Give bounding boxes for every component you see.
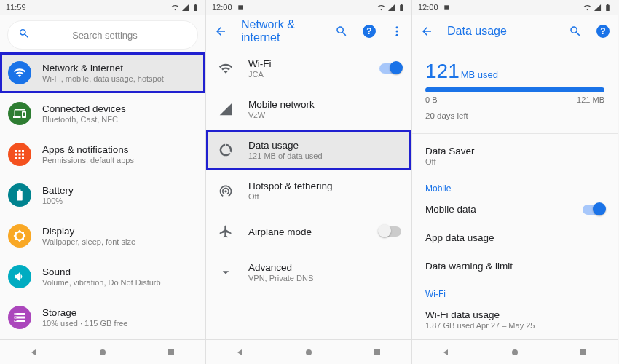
hotspot-icon (213, 178, 238, 203)
nav-back-icon[interactable] (28, 347, 40, 358)
page-title: Network & internet (241, 18, 321, 44)
svg-rect-10 (580, 349, 586, 355)
row-hotspot[interactable]: Hotspot & tetheringOff (206, 170, 411, 211)
settings-item-network[interactable]: Network & internetWi-Fi, mobile, data us… (0, 52, 205, 93)
nav-home-icon[interactable] (303, 347, 315, 358)
sound-icon (8, 265, 31, 288)
svg-point-5 (396, 34, 398, 36)
usage-bar (425, 87, 604, 92)
app-bar: Network & internet ? (206, 15, 411, 48)
battery-status-icon (604, 4, 612, 12)
status-time: 12:00 (418, 3, 438, 12)
data-usage-screen: 12:00 Data usage ? 121MB used 0 B 121 MB… (412, 0, 618, 364)
devices-icon (8, 102, 31, 125)
status-bar: 11:59 (0, 0, 205, 15)
row-app-data-usage[interactable]: App data usage (412, 223, 618, 252)
network-list: Wi-FiJCA Mobile networkVzW Data usage121… (206, 48, 411, 339)
svg-rect-7 (374, 349, 380, 355)
nav-home-icon[interactable] (97, 347, 109, 358)
section-mobile: Mobile (412, 175, 618, 195)
usage-unit: MB used (461, 69, 498, 80)
nav-recent-icon[interactable] (577, 347, 589, 358)
nav-back-icon[interactable] (234, 347, 246, 358)
nav-bar (0, 339, 205, 364)
battery-status-icon (192, 4, 200, 12)
wifi-icon (8, 61, 31, 84)
section-wifi: Wi-Fi (412, 280, 618, 301)
usage-scale-max: 121 MB (577, 95, 604, 104)
settings-item-battery[interactable]: Battery100% (0, 175, 205, 215)
usage-days-left: 20 days left (425, 111, 604, 120)
wifi-toggle[interactable] (379, 63, 401, 74)
wifi-status-icon (377, 4, 385, 12)
airplane-toggle[interactable] (379, 226, 401, 237)
wifi-status-icon (583, 4, 591, 12)
nav-recent-icon[interactable] (165, 347, 177, 358)
usage-value: 121 (425, 60, 460, 82)
page-title: Data usage (447, 25, 555, 38)
network-internet-screen: 12:00 Network & internet ? Wi-FiJCA Mobi… (206, 0, 412, 364)
settings-item-storage[interactable]: Storage10% used · 115 GB free (0, 297, 205, 338)
status-bar: 12:00 (412, 0, 618, 15)
help-icon[interactable]: ? (362, 25, 376, 38)
settings-list: Network & internetWi-Fi, mobile, data us… (0, 52, 205, 339)
search-icon[interactable] (334, 25, 349, 38)
chevron-down-icon (213, 260, 238, 285)
apps-icon (8, 143, 31, 166)
search-placeholder: Search settings (23, 30, 187, 41)
svg-point-4 (396, 31, 398, 33)
search-settings-bar[interactable]: Search settings (7, 20, 198, 50)
signal-status-icon (181, 4, 189, 12)
row-wifi[interactable]: Wi-FiJCA (206, 48, 411, 89)
status-bar: 12:00 (206, 0, 411, 15)
search-icon[interactable] (568, 25, 583, 38)
row-mobile-network[interactable]: Mobile networkVzW (206, 89, 411, 130)
row-data-saver[interactable]: Data SaverOff (412, 137, 618, 175)
battery-status-icon (398, 4, 406, 12)
data-usage-content: 121MB used 0 B 121 MB 20 days left Data … (412, 48, 618, 339)
signal-icon (213, 97, 238, 122)
nav-bar (206, 339, 411, 364)
status-time: 11:59 (6, 3, 26, 12)
svg-point-0 (100, 349, 106, 355)
row-airplane[interactable]: Airplane mode (206, 211, 411, 252)
data-usage-icon (213, 138, 238, 162)
status-time: 12:00 (212, 3, 232, 12)
svg-rect-1 (168, 349, 174, 355)
wifi-status-icon (171, 4, 179, 12)
back-icon[interactable] (213, 25, 228, 38)
settings-item-display[interactable]: DisplayWallpaper, sleep, font size (0, 215, 205, 256)
mobile-data-toggle[interactable] (583, 205, 604, 215)
settings-root-screen: 11:59 Search settings Network & internet… (0, 0, 206, 364)
usage-summary: 121MB used 0 B 121 MB 20 days left (421, 52, 609, 130)
airplane-icon (213, 219, 238, 244)
display-icon (8, 224, 31, 248)
wifi-icon (213, 56, 238, 81)
help-icon[interactable]: ? (596, 25, 610, 38)
svg-point-3 (396, 26, 398, 28)
item-sub: Wi-Fi, mobile, data usage, hotspot (42, 74, 195, 83)
nav-back-icon[interactable] (441, 347, 452, 358)
settings-item-sound[interactable]: SoundVolume, vibration, Do Not Disturb (0, 256, 205, 297)
nav-recent-icon[interactable] (371, 347, 383, 358)
row-data-warning[interactable]: Data warning & limit (412, 252, 618, 280)
settings-item-apps[interactable]: Apps & notificationsPermissions, default… (0, 134, 205, 175)
svg-point-9 (512, 349, 518, 355)
item-title: Network & internet (42, 63, 195, 74)
signal-status-icon (594, 4, 602, 12)
nav-home-icon[interactable] (509, 347, 521, 358)
back-icon[interactable] (419, 25, 434, 38)
row-mobile-data[interactable]: Mobile data (412, 195, 618, 223)
overflow-icon[interactable] (390, 25, 404, 38)
app-bar: Data usage ? (412, 15, 618, 48)
usage-scale-min: 0 B (425, 95, 438, 104)
row-wifi-data-usage[interactable]: Wi-Fi data usage1.87 GB used Apr 27 – Ma… (412, 301, 618, 339)
settings-item-connected[interactable]: Connected devicesBluetooth, Cast, NFC (0, 93, 205, 134)
svg-rect-8 (444, 5, 449, 9)
svg-point-6 (306, 349, 312, 355)
app-badge-icon (443, 4, 451, 12)
nav-bar (412, 339, 618, 364)
row-advanced[interactable]: AdvancedVPN, Private DNS (206, 252, 411, 293)
row-data-usage[interactable]: Data usage121 MB of data used (206, 130, 411, 170)
signal-status-icon (387, 4, 395, 12)
